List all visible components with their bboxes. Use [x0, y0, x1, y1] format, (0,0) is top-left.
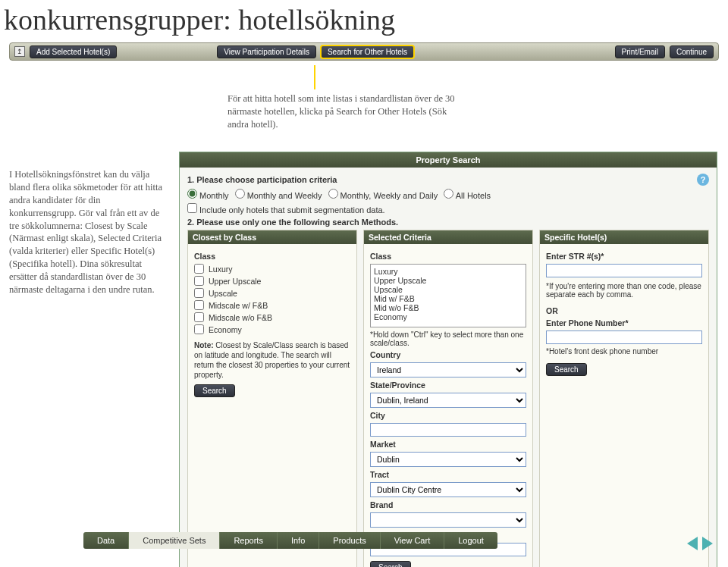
or-label: OR [546, 306, 702, 315]
class-multiselect[interactable]: Luxury Upper Upscale Upscale Mid w/ F&B … [370, 264, 526, 327]
col1-head: Closest by Class [188, 230, 356, 244]
chk-upper-upscale[interactable]: Upper Upscale [194, 276, 350, 286]
ctrl-note: *Hold down "Ctrl" key to select more tha… [370, 330, 526, 347]
chk-economy[interactable]: Economy [194, 324, 350, 334]
str-note: *If you're entering more than one code, … [546, 282, 702, 299]
tab-logout[interactable]: Logout [444, 532, 497, 549]
bottom-nav: Data Competitive Sets Reports Info Produ… [83, 532, 497, 549]
tract-select[interactable]: Dublin City Centre [370, 482, 526, 497]
callout-top: För att hitta hotell som inte listas i s… [228, 92, 470, 131]
tab-products[interactable]: Products [319, 532, 380, 549]
phone-note: *Hotel's front desk phone number [546, 347, 702, 356]
brand-select[interactable] [370, 512, 526, 528]
tab-info[interactable]: Info [278, 532, 319, 549]
col2-sub: Class [370, 252, 526, 261]
continue-button[interactable]: Continue [670, 45, 714, 58]
highlight-line [314, 65, 315, 89]
str-input[interactable] [546, 264, 702, 277]
search-other-hotels-button[interactable]: Search for Other Hotels [321, 45, 414, 58]
tract-label: Tract [370, 470, 526, 479]
tab-reports[interactable]: Reports [220, 532, 278, 549]
col2-head: Selected Criteria [364, 230, 532, 244]
prev-page-icon[interactable] [687, 537, 698, 550]
participation-radios: Monthly Monthly and Weekly Monthly, Week… [187, 189, 709, 200]
chk-upscale[interactable]: Upscale [194, 288, 350, 298]
chk-luxury[interactable]: Luxury [194, 264, 350, 274]
col3-head: Specific Hotel(s) [540, 230, 708, 244]
market-label: Market [370, 440, 526, 449]
chk-midscale-fb[interactable]: Midscale w/ F&B [194, 300, 350, 310]
include-segmentation-checkbox[interactable]: Include only hotels that submit segmenta… [187, 203, 385, 215]
chk-midscale-no-fb[interactable]: Midscale w/o F&B [194, 312, 350, 322]
col2-search-button[interactable]: Search [370, 561, 411, 567]
radio-monthly-weekly[interactable]: Monthly and Weekly [235, 189, 322, 200]
up-icon[interactable]: ↥ [14, 46, 25, 57]
tab-view-cart[interactable]: View Cart [381, 532, 444, 549]
brand-label: Brand [370, 500, 526, 509]
col-specific-hotels: Specific Hotel(s) Enter STR #(s)* *If yo… [539, 230, 709, 567]
class-checkbox-list: Luxury Upper Upscale Upscale Midscale w/… [194, 264, 350, 334]
country-label: Country [370, 350, 526, 359]
add-selected-button[interactable]: Add Selected Hotel(s) [30, 45, 117, 58]
state-select[interactable]: Dublin, Ireland [370, 393, 526, 408]
col-closest-by-class: Closest by Class Class Luxury Upper Upsc… [187, 230, 357, 567]
col3-search-button[interactable]: Search [546, 363, 587, 376]
top-toolbar: ↥ Add Selected Hotel(s) View Participati… [9, 42, 719, 61]
tab-competitive-sets[interactable]: Competitive Sets [129, 532, 220, 549]
radio-monthly-weekly-daily[interactable]: Monthly, Weekly and Daily [328, 189, 438, 200]
step2-label: 2. Please use only one the following sea… [187, 218, 398, 227]
phone-input[interactable] [546, 330, 702, 344]
state-label: State/Province [370, 381, 526, 390]
col-selected-criteria: Selected Criteria Class Luxury Upper Ups… [363, 230, 533, 567]
step1-label: 1. Please choose participation criteria [187, 175, 337, 184]
help-icon[interactable]: ? [697, 174, 709, 186]
country-select[interactable]: Ireland [370, 362, 526, 377]
col1-sub: Class [194, 252, 350, 261]
callout-left: I Hotellsökningsfönstret kan du välja bl… [9, 168, 168, 296]
print-email-button[interactable]: Print/Email [615, 45, 665, 58]
radio-all-hotels[interactable]: All Hotels [444, 189, 491, 200]
str-label: Enter STR #(s)* [546, 252, 702, 261]
panel-title: Property Search [180, 152, 717, 168]
radio-monthly[interactable]: Monthly [187, 189, 229, 200]
col1-note: Note: Closest by Scale/Class search is b… [194, 340, 350, 380]
property-search-panel: Property Search 1. Please choose partici… [179, 152, 717, 567]
tab-data[interactable]: Data [83, 532, 129, 549]
next-page-icon[interactable] [702, 537, 713, 550]
city-input[interactable] [370, 423, 526, 437]
city-label: City [370, 411, 526, 420]
col1-search-button[interactable]: Search [194, 384, 235, 397]
market-select[interactable]: Dublin [370, 452, 526, 467]
view-participation-button[interactable]: View Participation Details [217, 45, 316, 58]
pager [687, 537, 713, 550]
page-title: konkurrensgrupper: hotellsökning [4, 3, 728, 36]
phone-label: Enter Phone Number* [546, 318, 702, 327]
